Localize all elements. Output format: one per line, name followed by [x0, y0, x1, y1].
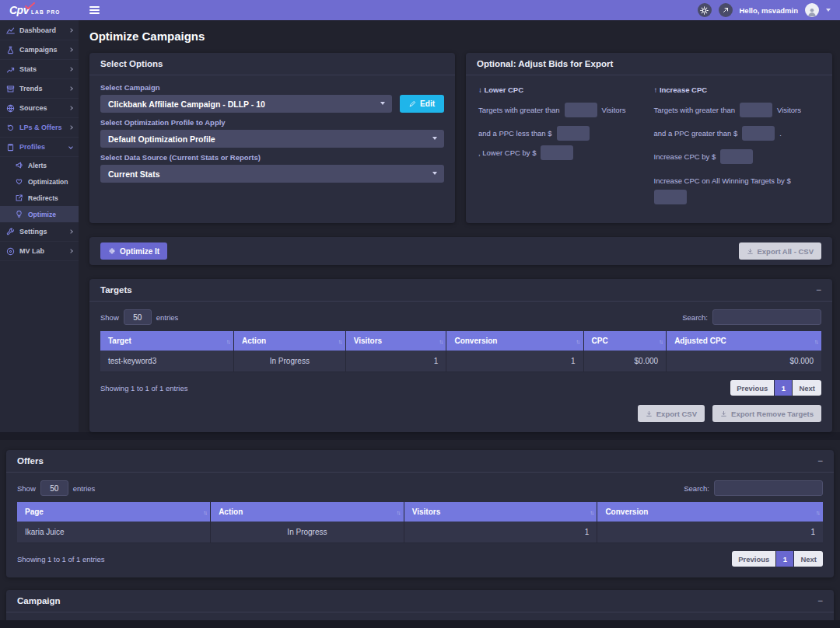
cell-visitors: 1	[404, 522, 597, 543]
column-header-page[interactable]: Page↑↓	[17, 502, 211, 522]
increase-winning-targets-input[interactable]	[654, 190, 687, 204]
column-header-conversion[interactable]: Conversion↑↓	[446, 331, 583, 351]
campaign-select[interactable]: Clickbank Affiliate Campaign - DLLP - 10	[100, 95, 392, 113]
sort-icon[interactable]: ↑↓	[816, 509, 819, 515]
logo-check-icon	[25, 2, 36, 9]
sort-icon[interactable]: ↑↓	[226, 338, 229, 344]
column-header-conversion[interactable]: Conversion↑↓	[597, 502, 823, 522]
edit-campaign-button[interactable]: Edit	[400, 95, 444, 113]
column-header-adjusted-cpc[interactable]: Adjusted CPC↑↓	[667, 331, 821, 351]
offers-panel: Offers − Show entries Search: Page↑↓ Act…	[6, 450, 834, 577]
sort-icon[interactable]: ↑↓	[439, 338, 442, 344]
collapse-icon[interactable]: −	[816, 285, 821, 295]
entries-count-input[interactable]	[40, 480, 68, 496]
chevron-right-icon	[68, 67, 73, 72]
sidebar-item-stats[interactable]: Stats	[0, 60, 79, 79]
export-all-button[interactable]: Export All - CSV	[739, 242, 822, 260]
sidebar-item-label: Campaigns	[19, 46, 58, 54]
sort-icon[interactable]: ↑↓	[576, 338, 579, 344]
sort-icon[interactable]: ↑↓	[659, 338, 662, 344]
chevron-right-icon	[68, 229, 73, 234]
current-page-button[interactable]: 1	[775, 380, 792, 396]
search-label: Search:	[682, 313, 708, 322]
cell-conversion: 1	[597, 522, 823, 543]
search-input[interactable]	[714, 480, 823, 496]
sort-icon[interactable]: ↑↓	[814, 338, 817, 344]
quick-link-button[interactable]	[719, 3, 733, 17]
campaign-label: Select Campaign	[100, 83, 444, 92]
current-page-button[interactable]: 1	[776, 551, 793, 567]
increase-line1-suffix: Visitors	[777, 106, 801, 114]
sort-icon[interactable]: ↑↓	[338, 338, 341, 344]
lower-line2-mid: , Lower CPC by $	[478, 148, 536, 157]
next-page-button[interactable]: Next	[793, 380, 821, 396]
lower-ppc-input[interactable]	[557, 126, 590, 141]
increase-visitors-input[interactable]	[740, 103, 772, 117]
table-row: Ikaria Juice In Progress 1 1	[17, 522, 823, 543]
sidebar-item-optimization[interactable]: Optimization	[0, 173, 79, 190]
bullhorn-icon	[15, 161, 23, 169]
cell-action: In Progress	[211, 522, 404, 543]
increase-line1-text: Targets with greater than	[654, 106, 736, 114]
sort-icon[interactable]: ↑↓	[203, 509, 206, 515]
disc-icon	[6, 247, 15, 256]
sidebar-item-dashboard[interactable]: Dashboard	[0, 21, 79, 40]
sidebar-item-lps-offers[interactable]: LPs & Offers	[0, 118, 79, 138]
column-header-action[interactable]: Action↑↓	[211, 502, 404, 522]
export-csv-button[interactable]: Export CSV	[638, 405, 705, 422]
sidebar-item-label: Optimization	[28, 178, 68, 186]
sidebar-item-settings[interactable]: Settings	[0, 222, 79, 242]
increase-ppc-input[interactable]	[742, 126, 775, 141]
panel-title: Targets	[100, 285, 132, 295]
sort-icon[interactable]: ↑↓	[397, 509, 400, 515]
chevron-right-icon	[68, 47, 73, 52]
profile-select-value: Default Optimization Profile	[108, 134, 215, 144]
sidebar-item-sources[interactable]: Sources	[0, 99, 79, 118]
sidebar-item-redirects[interactable]: Redirects	[0, 190, 79, 206]
increase-cpc-by-input[interactable]	[720, 149, 753, 164]
export-remove-targets-button[interactable]: Export Remove Targets	[712, 405, 821, 422]
avatar[interactable]	[805, 3, 819, 17]
stats-icon	[6, 65, 15, 74]
select-options-panel: Select Options Select Campaign Clickbank…	[89, 53, 455, 223]
user-menu-caret-icon[interactable]	[826, 9, 831, 12]
sidebar-item-profiles[interactable]: Profiles	[0, 138, 79, 157]
table-row: test-keyword3 In Progress 1 1 $0.000 $0.…	[100, 351, 821, 372]
column-header-action[interactable]: Action↑↓	[233, 331, 345, 351]
sidebar-item-mv-lab[interactable]: MV Lab	[0, 242, 79, 261]
sidebar-item-campaigns[interactable]: Campaigns	[0, 40, 79, 60]
search-input[interactable]	[712, 309, 821, 325]
lower-visitors-input[interactable]	[565, 103, 597, 117]
sidebar-item-optimize[interactable]: Optimize	[0, 206, 79, 222]
sidebar-item-alerts[interactable]: Alerts	[0, 157, 79, 173]
sidebar-item-trends[interactable]: Trends	[0, 79, 79, 99]
previous-page-button[interactable]: Previous	[730, 380, 774, 396]
datasource-select-value: Current Stats	[108, 169, 160, 179]
optimize-button[interactable]: Optimize It	[100, 242, 167, 260]
download-icon	[747, 248, 754, 255]
lower-cpc-heading: Lower CPC	[484, 85, 523, 94]
theme-toggle-button[interactable]	[698, 3, 712, 17]
chart-line-icon	[6, 26, 15, 35]
section-divider	[0, 432, 840, 440]
sort-icon[interactable]: ↑↓	[590, 509, 593, 515]
up-arrow-icon: ↑	[654, 85, 658, 94]
entries-count-input[interactable]	[124, 309, 152, 325]
pagination: Previous 1 Next	[730, 380, 821, 396]
data-source-select[interactable]: Current Stats	[100, 165, 444, 183]
menu-toggle-button[interactable]	[87, 2, 102, 18]
download-icon	[646, 410, 653, 417]
column-header-target[interactable]: Target↑↓	[100, 331, 233, 351]
column-header-visitors[interactable]: Visitors↑↓	[345, 331, 446, 351]
previous-page-button[interactable]: Previous	[732, 551, 775, 567]
app-logo[interactable]: Cpv LAB PRO	[9, 4, 81, 16]
next-page-button[interactable]: Next	[794, 551, 823, 567]
lower-cpc-by-input[interactable]	[541, 145, 573, 160]
collapse-icon[interactable]: −	[817, 456, 823, 466]
increase-cpc-column: ↑ Increase CPC Targets with greater than…	[654, 85, 821, 213]
column-header-visitors[interactable]: Visitors↑↓	[404, 502, 597, 522]
campaign-select-value: Clickbank Affiliate Campaign - DLLP - 10	[108, 99, 265, 109]
collapse-icon[interactable]: −	[817, 596, 823, 605]
column-header-cpc[interactable]: CPC↑↓	[583, 331, 667, 351]
optimization-profile-select[interactable]: Default Optimization Profile	[100, 130, 444, 148]
